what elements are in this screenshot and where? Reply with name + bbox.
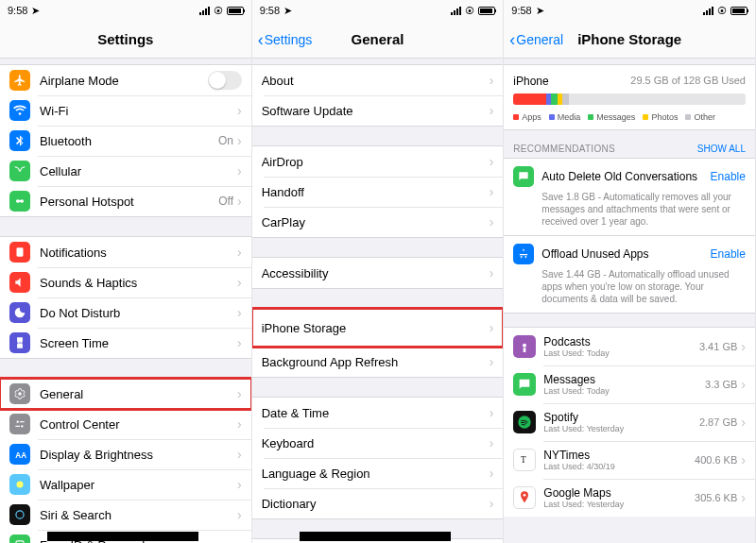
cell-iphone-storage[interactable]: iPhone Storage›	[252, 309, 504, 347]
app-name: Messages	[543, 373, 705, 386]
app-name: Google Maps	[543, 486, 695, 500]
svg-point-15	[519, 416, 531, 428]
group-about: About› Software Update›	[252, 64, 504, 127]
cell-airdrop[interactable]: AirDrop›	[252, 146, 504, 177]
screentime-label: Screen Time	[40, 336, 237, 350]
chevron-icon: ›	[490, 265, 494, 280]
cell-siri[interactable]: Siri & Search›	[0, 500, 251, 530]
app-sub: Last Used: Today	[543, 348, 699, 358]
wifi-label: Wi-Fi	[40, 104, 233, 118]
storage-usage: 29.5 GB of 128 GB Used	[630, 75, 746, 88]
cell-hotspot[interactable]: Personal Hotspot Off›	[0, 186, 251, 216]
cell-date-time[interactable]: Date & Time›	[252, 398, 504, 428]
app-spotify[interactable]: SpotifyLast Used: Yesterday2.87 GB›	[504, 403, 755, 441]
app-name: Spotify	[543, 411, 699, 424]
app-messages[interactable]: MessagesLast Used: Today3.3 GB›	[504, 365, 755, 403]
chevron-icon: ›	[237, 416, 242, 432]
storage-seg-other	[562, 93, 569, 105]
rec1-enable[interactable]: Enable	[711, 170, 746, 183]
back-button[interactable]: ‹General	[509, 21, 563, 59]
cell-general[interactable]: General›	[0, 379, 251, 409]
cell-notifications[interactable]: Notifications›	[0, 237, 251, 267]
cell-dnd[interactable]: Do Not Disturb›	[0, 297, 251, 328]
chevron-icon: ›	[741, 490, 746, 505]
about-label: About	[262, 74, 490, 88]
controlcenter-label: Control Center	[40, 417, 237, 432]
redaction-bar	[47, 532, 198, 541]
language-label: Language & Region	[262, 467, 490, 481]
cellular-icon	[9, 161, 30, 181]
airplane-toggle[interactable]	[208, 71, 242, 90]
chevron-left-icon: ‹	[509, 30, 515, 50]
nav-title: iPhone Storage	[577, 31, 681, 47]
keyboard-label: Keyboard	[262, 436, 490, 450]
cell-handoff[interactable]: Handoff›	[252, 177, 504, 207]
legend-other: Other	[685, 112, 715, 122]
bluetooth-label: Bluetooth	[40, 134, 218, 148]
cell-wifi[interactable]: Wi-Fi ›	[0, 95, 251, 126]
cell-carplay[interactable]: CarPlay›	[252, 207, 504, 237]
faceid-icon	[9, 535, 30, 543]
recommendations-header: RECOMMENDATIONS SHOW ALL	[504, 130, 755, 158]
show-all-button[interactable]: SHOW ALL	[697, 144, 746, 154]
group-input: Date & Time› Keyboard› Language & Region…	[252, 397, 504, 519]
app-size: 2.87 GB	[699, 416, 737, 428]
general-icon	[9, 383, 30, 404]
cell-screentime[interactable]: Screen Time›	[0, 328, 251, 358]
cell-language[interactable]: Language & Region›	[252, 458, 504, 488]
display-label: Display & Brightness	[40, 448, 237, 462]
cell-sounds[interactable]: Sounds & Haptics›	[0, 267, 251, 297]
svg-point-10	[17, 482, 24, 488]
cell-airplane[interactable]: Airplane Mode	[0, 65, 251, 95]
cell-controlcenter[interactable]: Control Center›	[0, 409, 251, 439]
app-list: PodcastsLast Used: Today3.41 GB›Messages…	[504, 327, 755, 517]
chevron-icon: ›	[237, 537, 242, 543]
chevron-icon: ›	[237, 133, 242, 148]
accessibility-label: Accessibility	[262, 266, 490, 280]
app-podcasts[interactable]: PodcastsLast Used: Today3.41 GB›	[504, 328, 755, 365]
app-nytimes[interactable]: TNYTimesLast Used: 4/30/19400.6 KB›	[504, 441, 755, 479]
svg-rect-8	[15, 426, 20, 427]
wallpaper-icon	[9, 474, 30, 495]
cell-about[interactable]: About›	[252, 65, 504, 95]
app-google-maps[interactable]: Google MapsLast Used: Yesterday305.6 KB›	[504, 479, 755, 517]
cell-cellular[interactable]: Cellular ›	[0, 156, 251, 186]
status-bar: 9:58➤ ⦿	[0, 0, 251, 21]
app-name: Podcasts	[543, 335, 699, 348]
cell-background-refresh[interactable]: Background App Refresh›	[252, 347, 504, 377]
chevron-left-icon: ‹	[258, 30, 264, 50]
cell-bluetooth[interactable]: Bluetooth On›	[0, 126, 251, 156]
rec2-enable[interactable]: Enable	[711, 247, 746, 261]
cell-software-update[interactable]: Software Update›	[252, 95, 504, 126]
cell-display[interactable]: AA Display & Brightness›	[0, 439, 251, 469]
dnd-label: Do Not Disturb	[40, 306, 237, 320]
chevron-icon: ›	[237, 103, 242, 118]
nav-bar: ‹Settings General	[252, 21, 504, 59]
wifi-icon: ⦿	[214, 6, 223, 16]
legend-photos: Photos	[643, 112, 678, 122]
svg-rect-6	[20, 421, 25, 422]
cell-wallpaper[interactable]: Wallpaper›	[0, 469, 251, 500]
storage-bar	[513, 93, 746, 105]
rec2-desc: Save 1.44 GB - Automatically offload unu…	[541, 268, 746, 305]
app-size: 3.3 GB	[705, 379, 737, 390]
legend-messages: Messages	[588, 112, 635, 122]
cell-dictionary[interactable]: Dictionary›	[252, 488, 504, 518]
chevron-icon: ›	[741, 452, 746, 467]
chevron-icon: ›	[490, 354, 494, 369]
notifications-icon	[9, 242, 30, 263]
group-continuity: AirDrop› Handoff› CarPlay›	[252, 145, 504, 238]
cell-accessibility[interactable]: Accessibility›	[252, 258, 504, 288]
chevron-icon: ›	[237, 163, 242, 178]
battery-icon	[227, 7, 244, 15]
nav-bar: ‹General iPhone Storage	[504, 21, 755, 59]
cell-keyboard[interactable]: Keyboard›	[252, 428, 504, 458]
nav-title: General	[352, 31, 404, 47]
app-icon: T	[513, 449, 536, 471]
recommendation-offload[interactable]: Offload Unused Apps Enable Save 1.44 GB …	[504, 235, 755, 314]
general-label: General	[40, 387, 237, 401]
carplay-label: CarPlay	[262, 215, 490, 229]
back-button[interactable]: ‹Settings	[258, 21, 313, 59]
recommendation-auto-delete[interactable]: Auto Delete Old Conversations Enable Sav…	[504, 158, 755, 236]
chevron-icon: ›	[237, 275, 242, 290]
